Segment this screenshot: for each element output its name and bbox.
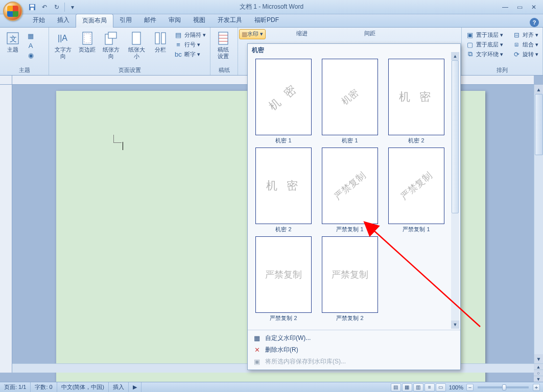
margins-button[interactable]: 页边距: [77, 29, 98, 54]
save-to-gallery-menuitem: ▣将所选内容保存到水印库(S)...: [248, 356, 460, 368]
ruler-corner[interactable]: [0, 76, 12, 85]
watermark-gallery-item[interactable]: 严禁复制严禁复制 1: [318, 148, 382, 233]
tab-page-layout[interactable]: 页面布局: [76, 14, 113, 28]
watermark-preview-text: 严禁复制: [332, 169, 368, 203]
theme-fonts-button[interactable]: A: [25, 41, 37, 50]
watermark-gallery-item[interactable]: 机 密机密 1: [252, 59, 315, 144]
help-icon[interactable]: ?: [530, 18, 539, 27]
gallery-scroll-down-icon[interactable]: ▼: [451, 321, 459, 329]
remove-watermark-menuitem[interactable]: ✕删除水印(R): [248, 344, 460, 356]
status-word-count[interactable]: 字数: 0: [31, 382, 57, 393]
theme-fonts-icon: A: [27, 41, 35, 50]
tab-mailings[interactable]: 邮件: [138, 14, 162, 27]
window-title: 文档 1 - Microsoft Word: [240, 3, 303, 11]
group-label-arrange: 排列: [464, 65, 540, 75]
hyphenation-icon: bc: [174, 50, 182, 58]
svg-rect-2: [31, 8, 34, 10]
text-direction-button[interactable]: ||A文字方向: [51, 29, 76, 61]
select-browse-icon[interactable]: ○: [534, 370, 543, 376]
watermark-item-label: 严禁复制 2: [270, 314, 297, 322]
tab-foxit-pdf[interactable]: 福昕PDF: [248, 14, 285, 27]
zoom-slider-thumb[interactable]: [502, 384, 506, 390]
gallery-scroll-thumb[interactable]: [452, 60, 459, 213]
undo-icon[interactable]: ↶: [39, 2, 50, 13]
watermark-gallery-item[interactable]: 机密机密 1: [318, 59, 382, 144]
watermark-gallery-item[interactable]: 严禁复制严禁复制 1: [385, 148, 448, 233]
prev-page-icon[interactable]: ▲: [534, 363, 543, 370]
close-button[interactable]: ✕: [527, 3, 541, 12]
section-indent-label: 缩进: [291, 29, 313, 38]
view-web-layout-icon[interactable]: ▥: [413, 383, 423, 391]
watermark-preview-text: 机 密: [266, 80, 302, 114]
watermark-preview-text: 严禁复制: [332, 268, 368, 281]
custom-watermark-icon: ▦: [253, 334, 261, 342]
breaks-icon: ▤: [174, 31, 182, 39]
tab-references[interactable]: 引用: [113, 14, 138, 27]
align-button[interactable]: ⊟对齐 ▾: [510, 30, 540, 39]
custom-watermark-menuitem[interactable]: ▦自定义水印(W)...: [248, 332, 460, 344]
text-wrapping-icon: ⧉: [466, 50, 474, 58]
columns-icon: [152, 30, 169, 46]
watermark-button[interactable]: ▦ 水印 ▾: [239, 29, 266, 39]
vertical-scrollbar[interactable]: ▲ ▼: [534, 85, 543, 363]
watermark-gallery-item[interactable]: 机 密机密 2: [252, 148, 315, 233]
orientation-button[interactable]: 纸张方向: [99, 29, 124, 61]
text-wrapping-button[interactable]: ⧉文字环绕 ▾: [464, 50, 505, 59]
watermark-gallery: 机密 机 密机密 1机密机密 1机 密机密 2机 密机密 2严禁复制严禁复制 1…: [247, 43, 461, 370]
next-page-icon[interactable]: ▼: [534, 376, 543, 382]
tab-review[interactable]: 审阅: [162, 14, 187, 27]
themes-button[interactable]: 文 主题: [2, 29, 23, 54]
group-button[interactable]: ⧆组合 ▾: [510, 40, 540, 49]
group-label-theme: 主题: [2, 65, 46, 75]
size-icon: [128, 30, 145, 46]
view-draft-icon[interactable]: ▭: [436, 383, 446, 391]
save-to-gallery-icon: ▣: [253, 358, 261, 366]
office-button[interactable]: [3, 2, 22, 21]
breaks-button[interactable]: ▤分隔符 ▾: [172, 30, 208, 39]
status-language[interactable]: 中文(简体，中国): [57, 382, 109, 393]
scroll-up-icon[interactable]: ▲: [534, 85, 543, 94]
rotate-button[interactable]: ⟳旋转 ▾: [510, 50, 540, 59]
vertical-ruler[interactable]: [0, 85, 12, 373]
gallery-scroll-up-icon[interactable]: ▲: [451, 52, 459, 60]
zoom-level[interactable]: 100%: [449, 384, 463, 390]
line-numbers-button[interactable]: ≡行号 ▾: [172, 40, 208, 49]
zoom-in-button[interactable]: +: [533, 384, 540, 391]
scroll-down-icon[interactable]: ▼: [534, 354, 543, 363]
send-to-back-button[interactable]: ▢置于底层 ▾: [464, 40, 505, 49]
zoom-slider[interactable]: [478, 386, 529, 388]
status-macro-icon[interactable]: ▶: [129, 382, 141, 393]
bring-to-front-button[interactable]: ▣置于顶层 ▾: [464, 30, 505, 39]
save-icon[interactable]: [27, 2, 38, 13]
watermark-gallery-item[interactable]: 严禁复制严禁复制 2: [318, 236, 382, 322]
minimize-button[interactable]: —: [498, 3, 512, 12]
tab-insert[interactable]: 插入: [51, 14, 76, 27]
maximize-button[interactable]: ▭: [512, 3, 527, 12]
watermark-preview-text: 严禁复制: [265, 268, 302, 281]
writing-paper-button[interactable]: 稿纸 设置: [213, 29, 234, 61]
group-label-paper: 稿纸: [213, 65, 235, 75]
gallery-section-header: 机密: [248, 44, 460, 57]
hyphenation-button[interactable]: bc断字 ▾: [172, 50, 208, 59]
tab-developer[interactable]: 开发工具: [211, 14, 248, 27]
view-print-layout-icon[interactable]: ▤: [391, 383, 401, 391]
zoom-out-button[interactable]: −: [466, 384, 474, 391]
view-full-screen-icon[interactable]: ▦: [402, 383, 412, 391]
theme-effects-button[interactable]: ◉: [25, 51, 37, 60]
status-bar: 页面: 1/1 字数: 0 中文(简体，中国) 插入 ▶ ▤ ▦ ▥ ≡ ▭ 1…: [0, 382, 543, 392]
tab-view[interactable]: 视图: [187, 14, 211, 27]
tab-home[interactable]: 开始: [27, 14, 51, 27]
status-insert-mode[interactable]: 插入: [109, 382, 129, 393]
gallery-scrollbar[interactable]: ▲ ▼: [451, 52, 459, 329]
redo-icon[interactable]: ↻: [51, 2, 62, 13]
status-page[interactable]: 页面: 1/1: [0, 382, 31, 393]
scroll-thumb[interactable]: [535, 94, 543, 155]
watermark-gallery-item[interactable]: 严禁复制严禁复制 2: [252, 236, 315, 322]
theme-colors-button[interactable]: ▦: [25, 31, 37, 40]
size-button[interactable]: 纸张大小: [124, 29, 149, 61]
qat-dropdown-icon[interactable]: ▾: [67, 2, 78, 13]
watermark-gallery-item[interactable]: 机 密机密 2: [385, 59, 448, 144]
group-icon: ⧆: [512, 40, 521, 48]
view-outline-icon[interactable]: ≡: [424, 383, 435, 391]
columns-button[interactable]: 分栏: [150, 29, 171, 54]
